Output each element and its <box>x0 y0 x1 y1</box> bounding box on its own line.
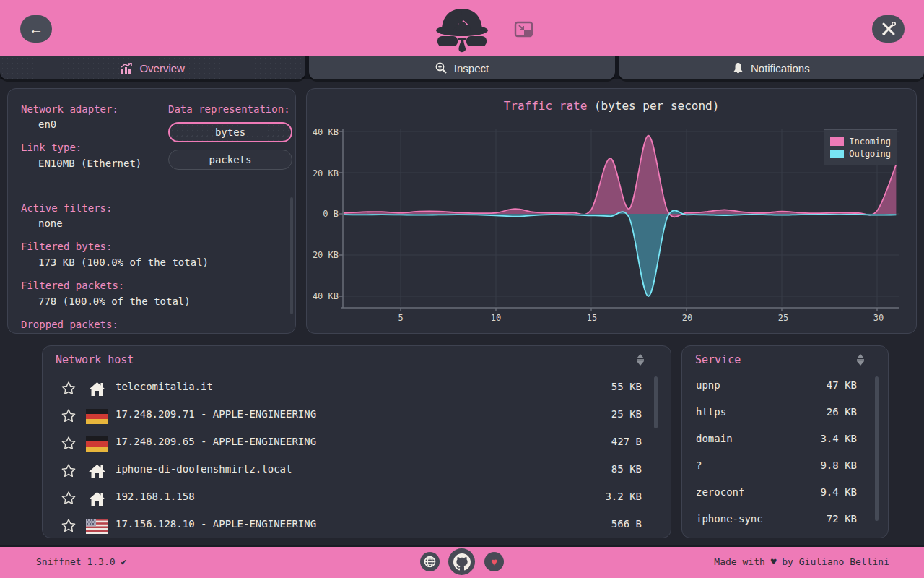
favorite-star-icon[interactable] <box>61 381 76 396</box>
bytes-toggle-button[interactable]: bytes <box>168 122 292 142</box>
credit-text: Made with ♥ by Giuliano Bellini <box>714 556 889 567</box>
host-row[interactable]: 192.168.1.1583.2 KB <box>61 485 642 512</box>
traffic-chart-panel: Traffic rate (bytes per second) 40 KB 20… <box>306 88 917 334</box>
service-row[interactable]: ?9.8 KB <box>696 454 857 480</box>
service-name: domain <box>696 433 733 444</box>
hosts-list: telecomitalia.it55 KB17.248.209.71 - APP… <box>43 372 671 538</box>
country-flag-de <box>86 409 108 424</box>
back-arrow-icon: ← <box>29 21 43 38</box>
country-flag-us <box>86 519 108 534</box>
back-button[interactable]: ← <box>20 15 52 43</box>
service-row[interactable]: domain3.4 KB <box>696 427 857 454</box>
github-icon <box>453 553 471 571</box>
service-name: https <box>696 406 726 418</box>
tab-overview-label: Overview <box>139 62 185 74</box>
service-row[interactable]: upnp47 KB <box>696 374 857 400</box>
host-row[interactable]: 17.156.128.10 - APPLE-ENGINEERING566 B <box>61 512 642 538</box>
sniffnet-logo <box>427 6 497 53</box>
filtered-packets-value: 778 (100.0% of the total) <box>38 296 191 307</box>
y-tick: 0 B <box>307 209 339 219</box>
host-row[interactable]: 17.248.209.65 - APPLE-ENGINEERING427 B <box>61 430 642 457</box>
active-filters-label: Active filters: <box>21 202 112 214</box>
favorite-star-icon[interactable] <box>61 491 76 506</box>
active-filters-value: none <box>38 217 63 229</box>
service-scrollbar[interactable] <box>875 376 879 521</box>
favorite-star-icon[interactable] <box>61 436 76 451</box>
country-flag-de <box>86 436 108 452</box>
tab-bar: Overview Inspect Notifications <box>0 56 924 79</box>
x-tick: 20 <box>673 313 702 323</box>
network-host-panel: Network host telecomitalia.it55 KB17.248… <box>42 345 671 538</box>
host-bytes: 85 KB <box>611 463 642 475</box>
hosts-scrollbar[interactable] <box>654 376 658 428</box>
y-tick: 20 KB <box>307 250 339 260</box>
host-bytes: 566 B <box>611 518 642 530</box>
tab-inspect[interactable]: Inspect <box>309 56 614 79</box>
thumbnail-mode-icon[interactable] <box>514 21 533 38</box>
hosts-sort-button[interactable] <box>635 353 646 368</box>
legend-outgoing-label: Outgoing <box>849 149 891 159</box>
filtered-bytes-label: Filtered bytes: <box>21 241 112 252</box>
dropped-packets-label: Dropped packets: <box>21 319 118 330</box>
horizontal-divider <box>19 194 285 194</box>
host-row[interactable]: iphone-di-doofenshmirtz.local85 KB <box>61 457 642 485</box>
service-row[interactable]: iphone-sync72 KB <box>696 507 857 534</box>
heart-icon: ♥ <box>491 556 497 568</box>
host-name: telecomitalia.it <box>116 381 213 392</box>
favorite-star-icon[interactable] <box>61 409 76 423</box>
service-list: upnp47 KBhttps26 KBdomain3.4 KB?9.8 KBze… <box>682 372 889 534</box>
host-bytes: 55 KB <box>611 381 642 392</box>
service-bytes: 72 KB <box>827 513 857 525</box>
host-row[interactable]: 17.248.209.71 - APPLE-ENGINEERING25 KB <box>61 402 642 430</box>
magnifier-icon <box>435 62 447 74</box>
x-tick: 25 <box>769 313 798 323</box>
traffic-chart <box>307 89 917 334</box>
host-name: 17.248.209.71 - APPLE-ENGINEERING <box>116 408 316 420</box>
host-row[interactable]: telecomitalia.it55 KB <box>61 375 642 402</box>
favorite-star-icon[interactable] <box>61 464 76 478</box>
host-bytes: 3.2 KB <box>605 491 642 502</box>
service-bytes: 47 KB <box>827 379 857 391</box>
host-name: 17.156.128.10 - APPLE-ENGINEERING <box>116 518 316 530</box>
host-name: 17.248.209.65 - APPLE-ENGINEERING <box>116 436 316 447</box>
service-bytes: 26 KB <box>827 406 857 418</box>
overview-scrollbar[interactable] <box>290 197 293 314</box>
y-tick: 40 KB <box>307 291 339 301</box>
service-row[interactable]: https26 KB <box>696 400 857 427</box>
service-bytes: 3.4 KB <box>820 433 857 444</box>
github-button[interactable] <box>448 548 475 575</box>
adapter-label: Network adapter: <box>21 103 118 115</box>
tab-notifications[interactable]: Notifications <box>619 56 924 79</box>
x-tick: 30 <box>864 313 893 323</box>
chart-icon <box>121 63 132 74</box>
home-icon <box>86 491 108 506</box>
adapter-info-panel: Network adapter: en0 Link type: EN10MB (… <box>7 88 296 334</box>
host-name: 192.168.1.158 <box>116 491 195 502</box>
filtered-packets-label: Filtered packets: <box>21 280 124 291</box>
service-name: upnp <box>696 379 720 391</box>
website-button[interactable] <box>420 552 440 571</box>
check-icon: ✔ <box>121 556 126 567</box>
host-bytes: 427 B <box>611 436 642 447</box>
wrench-screwdriver-icon <box>881 21 897 37</box>
app-header: ← <box>0 0 924 56</box>
service-row[interactable]: zeroconf9.4 KB <box>696 480 857 507</box>
x-tick: 15 <box>578 313 606 323</box>
y-tick: 20 KB <box>307 168 339 178</box>
adapter-value: en0 <box>38 118 56 130</box>
favorite-star-icon[interactable] <box>61 519 76 533</box>
vertical-divider <box>162 103 162 191</box>
service-name: ? <box>696 460 702 471</box>
settings-button[interactable] <box>872 15 905 43</box>
home-icon <box>86 381 108 397</box>
home-icon <box>86 464 108 479</box>
tab-overview[interactable]: Overview <box>0 56 305 79</box>
data-representation-label: Data representation: <box>168 103 290 115</box>
packets-toggle-button[interactable]: packets <box>168 150 292 170</box>
network-host-title: Network host <box>56 353 134 366</box>
tab-inspect-label: Inspect <box>454 62 489 74</box>
sponsor-button[interactable]: ♥ <box>484 552 504 571</box>
service-sort-button[interactable] <box>855 353 866 368</box>
outgoing-swatch <box>830 150 844 158</box>
globe-icon <box>424 556 436 568</box>
